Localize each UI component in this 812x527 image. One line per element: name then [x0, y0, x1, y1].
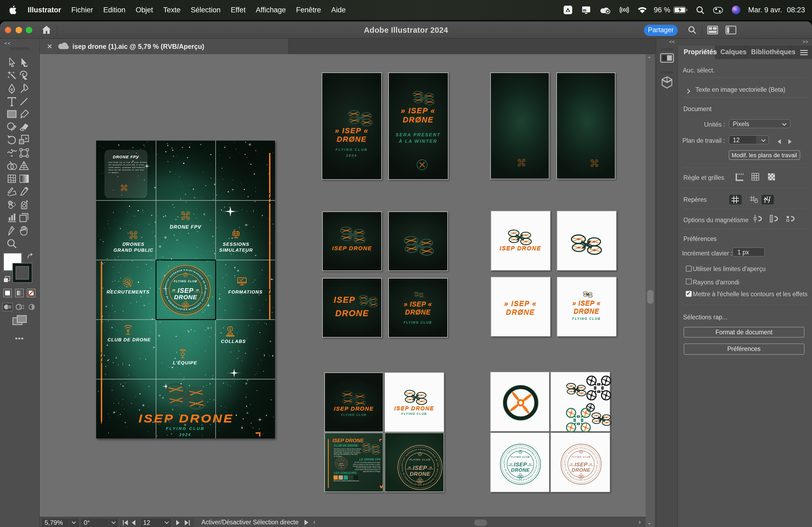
svg-text:#EF8A31: #EF8A31 [333, 480, 338, 482]
svg-text:CLUB DE DRONE: CLUB DE DRONE [107, 337, 150, 342]
svg-text:FLYING CLUB: FLYING CLUB [166, 426, 205, 431]
svg-text:DRONE FPV: DRONE FPV [113, 154, 139, 159]
svg-text:CLUB DE DRONE: CLUB DE DRONE [334, 444, 358, 447]
svg-text:DRONES: DRONES [122, 241, 144, 246]
svg-text:visualise directement ce que v: visualise directement ce que voit le dro… [352, 465, 380, 467]
svg-text:SESSIONS: SESSIONS [222, 241, 249, 246]
svg-text:ainsi que des activités en lie: ainsi que des activités en lien avec [108, 169, 144, 171]
svg-text:apportant dans le pilotage: apportant dans le pilotage [363, 471, 380, 472]
svg-text:#1E9A7B: #1E9A7B [344, 480, 349, 482]
svg-text:COLLABS: COLLABS [221, 338, 246, 344]
svg-text:aux passionnés de drone fpv et: aux passionnés de drone fpv et drone [334, 450, 360, 452]
svg-text:Isep Drone est un club de dron: Isep Drone est un club de drone destiné [334, 448, 361, 450]
svg-text:grand public, proposant des fo: grand public, proposant des formation [108, 166, 145, 168]
svg-text:permet d'être beaucoup plus pr: permet d'être beaucoup plus précis en [354, 469, 380, 470]
svg-text:dans un casque ou des lunettes: dans un casque ou des lunettes, le pilot… [353, 463, 380, 465]
svg-text:#CAA183: #CAA183 [338, 480, 344, 482]
svg-text:ce domaine.: ce domaine. [334, 455, 342, 457]
svg-text:ainsi que des activités en lie: ainsi que des activités en lien avec [334, 453, 358, 455]
svg-text:ISEP DRONE: ISEP DRONE [332, 438, 364, 443]
svg-text:DRONE FPV: DRONE FPV [170, 224, 201, 229]
svg-text:GRAND PUBLIC: GRAND PUBLIC [113, 247, 153, 253]
svg-text:SIMULATEUR: SIMULATEUR [219, 247, 252, 253]
svg-text:comme s'il était dessus. A bor: comme s'il était dessus. A bord, cela [356, 467, 380, 468]
svg-text:#101D14: #101D14 [353, 480, 359, 482]
svg-text:aux passionnés de drone fpv et: aux passionnés de drone fpv et drone [108, 164, 144, 166]
svg-text:»: » [114, 155, 116, 158]
svg-text:2024: 2024 [179, 432, 191, 437]
svg-text:ce domaine.: ce domaine. [108, 171, 119, 174]
svg-text:LE DRONE FPV: LE DRONE FPV [359, 458, 381, 461]
svg-text:ISEP DRONE: ISEP DRONE [138, 412, 233, 424]
svg-text:En FPV, la caméra retransmet l: En FPV, la caméra retransmet la vidéo [354, 462, 380, 463]
svg-text:RECRUTEMENTS: RECRUTEMENTS [106, 289, 149, 295]
svg-text:FORMATIONS: FORMATIONS [228, 289, 262, 295]
svg-text:LES COULEURS: LES COULEURS [334, 471, 356, 475]
svg-text:«: « [136, 155, 137, 158]
svg-text:Isep Drone est un club de dron: Isep Drone est un club de drone destiné [108, 161, 147, 163]
svg-text:grand public, proposant des fo: grand public, proposant des formations [334, 452, 360, 453]
svg-text:L'ÉQUIPE: L'ÉQUIPE [173, 360, 197, 365]
